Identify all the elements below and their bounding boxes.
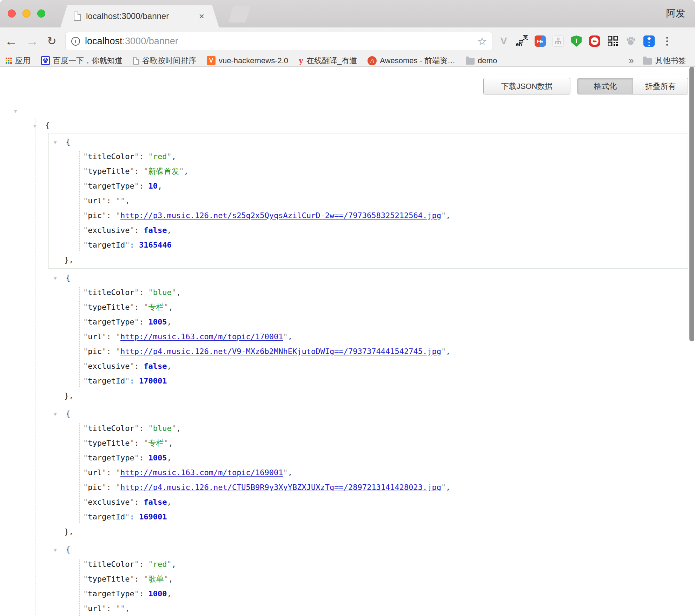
json-value-string: red (153, 152, 167, 161)
fast-forward-icon[interactable]: ▶▶ (589, 35, 601, 47)
json-value-link[interactable]: http://music.163.com/m/topic/169001 (120, 468, 283, 477)
new-tab-button[interactable] (228, 6, 251, 22)
browser-toolbar: ← → ↻ i localhost:3000/banner ☆ V 英⇄en F… (0, 27, 695, 55)
download-json-button[interactable]: 下载JSON数据 (483, 78, 570, 94)
json-value-link[interactable]: http://p4.music.126.net/V9-MXz6b2MNhEKju… (120, 347, 441, 356)
forward-icon[interactable]: → (26, 35, 39, 47)
colon: : (134, 575, 144, 583)
quote: " (83, 317, 88, 326)
back-icon[interactable]: ← (5, 35, 18, 47)
quote: " (102, 196, 106, 205)
vertical-scrollbar[interactable] (689, 67, 694, 341)
json-value-bool: false (144, 362, 167, 371)
quote: " (144, 303, 148, 312)
bookmarks-overflow-chevron-icon[interactable]: » (629, 55, 634, 66)
quote: " (83, 347, 88, 356)
bookmark-star-icon[interactable]: ☆ (477, 35, 487, 47)
reload-icon[interactable]: ↻ (47, 35, 57, 47)
folder-icon (643, 58, 652, 65)
close-window-button[interactable] (8, 9, 16, 18)
json-value-link[interactable]: http://p4.music.126.net/CTU5B9R9y3XyYBZX… (120, 483, 441, 492)
fehelper-icon[interactable]: FE (534, 35, 546, 47)
url-text[interactable]: localhost:3000/banner (85, 36, 472, 47)
paw-icon[interactable] (625, 35, 637, 47)
collapse-triangle-icon[interactable]: ▼ (33, 118, 36, 133)
json-value-string: red (153, 560, 167, 569)
json-key: typeTitle (88, 303, 130, 312)
tab-close-icon[interactable]: × (198, 12, 206, 21)
vue-devtools-icon[interactable]: V (498, 35, 510, 47)
other-bookmarks[interactable]: 其他书签 (643, 55, 686, 66)
quote: " (83, 560, 88, 569)
object-properties: "titleColor": "blue","typeTitle": "专栏","… (49, 285, 688, 388)
collapse-all-button[interactable]: 折叠所有 (633, 78, 688, 94)
collapse-triangle-icon[interactable]: ▼ (54, 407, 57, 421)
browser-tab[interactable]: localhost:3000/banner × (60, 5, 219, 27)
nav-buttons: ← → ↻ (5, 27, 57, 55)
quote: " (83, 288, 88, 297)
fullscreen-window-button[interactable] (37, 9, 45, 18)
collapse-triangle-icon[interactable]: ▼ (54, 271, 57, 286)
colon: : (130, 376, 139, 385)
collapse-triangle-icon[interactable]: ▼ (54, 135, 57, 150)
collapse-triangle-icon[interactable]: ▼ (54, 543, 57, 557)
bookmark-vue-hackernews[interactable]: V vue-hackernews-2.0 (207, 56, 288, 65)
bookmark-youdao[interactable]: y 在线翻译_有道 (299, 55, 357, 66)
comma: , (176, 288, 181, 297)
profile-name[interactable]: 阿发 (666, 7, 685, 20)
comma: , (168, 439, 173, 447)
json-property-line: "typeTitle": "歌单", (49, 572, 688, 586)
quote: " (83, 196, 88, 205)
page-info-icon[interactable]: i (71, 37, 80, 46)
quote: " (120, 604, 125, 613)
json-property-line: "exclusive": false, (49, 223, 688, 238)
json-value-string: 专栏 (148, 303, 164, 312)
colon: : (139, 288, 148, 297)
colon: : (139, 589, 148, 598)
bookmark-apps[interactable]: 应用 (6, 55, 31, 66)
folder-icon (466, 58, 475, 65)
bookmark-google-sort[interactable]: 谷歌按时间排序 (133, 55, 196, 66)
json-property-line: "targetId": 170001 (49, 374, 688, 388)
format-button[interactable]: 格式化 (578, 78, 633, 94)
bookmark-baidu[interactable]: 百度一下，你就知道 (41, 55, 123, 66)
json-value-link[interactable]: http://p3.music.126.net/s25q2x5QyqsAzilC… (120, 211, 441, 220)
json-key: url (88, 604, 102, 613)
quote: " (83, 332, 88, 341)
sitemap-icon[interactable] (552, 35, 564, 47)
bookmark-label: 其他书签 (655, 55, 686, 66)
json-property-line: "pic": "http://p4.music.126.net/CTU5B9R9… (49, 480, 688, 495)
quote: " (134, 152, 139, 161)
bookmark-awesomes[interactable]: A Awesomes - 前端资… (368, 55, 455, 66)
json-key: targetType (88, 317, 134, 326)
object-properties: "titleColor": "red","typeTitle": "歌单","t… (49, 557, 688, 616)
chrome-menu-icon[interactable] (661, 35, 673, 47)
quote: " (148, 424, 153, 433)
translator-icon[interactable]: 英⇄en (516, 35, 528, 47)
address-bar[interactable]: i localhost:3000/banner ☆ (65, 32, 493, 50)
comma: , (176, 424, 181, 433)
colon: : (134, 362, 144, 371)
quote: " (102, 347, 106, 356)
baidu-paw-icon (41, 56, 50, 65)
object-properties: "titleColor": "red","typeTitle": "新碟首发",… (49, 149, 688, 253)
shield-t-icon[interactable]: T (570, 35, 582, 47)
colon: : (134, 226, 144, 235)
quote: " (102, 332, 106, 341)
quote: " (83, 589, 88, 598)
quote: " (144, 439, 148, 447)
qr-code-icon[interactable] (607, 35, 619, 47)
json-property-line: "pic": "http://p3.music.126.net/s25q2x5Q… (49, 208, 688, 223)
url-rest: :3000/banner (123, 36, 178, 46)
downloader-icon[interactable]: ◆⌄⌄ (643, 35, 655, 47)
minimize-window-button[interactable] (22, 9, 31, 18)
quote: " (130, 303, 134, 312)
window-titlebar: localhost:3000/banner × 阿发 (0, 0, 695, 27)
vue-orange-icon: V (207, 56, 216, 65)
quote: " (134, 453, 139, 462)
view-toggle-group: 格式化 折叠所有 (577, 78, 688, 94)
bookmark-demo-folder[interactable]: demo (466, 56, 497, 65)
collapse-triangle-icon[interactable]: ▼ (14, 104, 17, 118)
json-value-link[interactable]: http://music.163.com/m/topic/170001 (120, 332, 283, 341)
json-key: titleColor (88, 560, 134, 569)
